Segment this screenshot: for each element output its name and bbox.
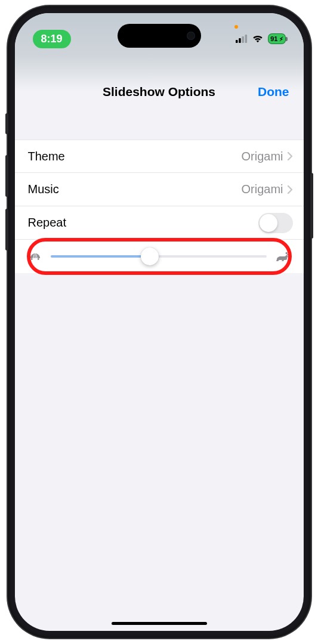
side-button [5,113,8,134]
svg-rect-2 [242,36,245,43]
repeat-toggle[interactable] [258,213,293,233]
music-value: Origami [241,182,283,196]
page-title: Slideshow Options [103,85,215,99]
battery-percent: 91 [270,35,277,42]
power-button [310,173,313,239]
svg-rect-4 [31,258,33,260]
done-button[interactable]: Done [258,85,289,99]
svg-rect-5 [38,258,39,260]
theme-value: Origami [241,150,283,163]
speed-slider-row [15,240,304,273]
wifi-icon [252,35,264,43]
time-pill[interactable]: 8:19 [33,30,71,48]
speed-slider[interactable] [51,255,267,258]
theme-row[interactable]: Theme Origami [15,140,304,173]
svg-rect-0 [236,40,238,43]
chevron-right-icon [287,185,293,194]
svg-rect-3 [245,35,248,43]
music-label: Music [28,182,242,196]
battery-indicator: 91⚡︎ [268,33,285,44]
toggle-knob [260,214,277,232]
turtle-icon [28,251,42,262]
svg-point-6 [287,255,288,256]
status-right: 91⚡︎ [236,33,285,44]
theme-label: Theme [28,150,242,163]
volume-up-button [5,155,8,197]
dynamic-island [118,24,201,48]
front-camera [187,32,195,40]
chevron-right-icon [287,151,293,161]
navigation-bar: Slideshow Options Done [15,56,304,134]
charging-bolt-icon: ⚡︎ [279,36,283,42]
phone-frame: 8:19 [8,6,311,638]
screen: 8:19 [15,13,304,631]
home-indicator[interactable] [112,622,207,625]
music-row[interactable]: Music Origami [15,173,304,206]
svg-rect-1 [239,38,241,43]
volume-down-button [5,209,8,250]
cellular-signal-icon [236,35,248,43]
repeat-row: Repeat [15,206,304,240]
options-list: Theme Origami Music Origami Repeat [15,140,304,273]
repeat-label: Repeat [28,216,258,230]
privacy-indicator-dot [234,25,238,29]
slider-thumb[interactable] [141,247,159,265]
slider-fill [51,255,150,258]
rabbit-icon [275,251,291,262]
